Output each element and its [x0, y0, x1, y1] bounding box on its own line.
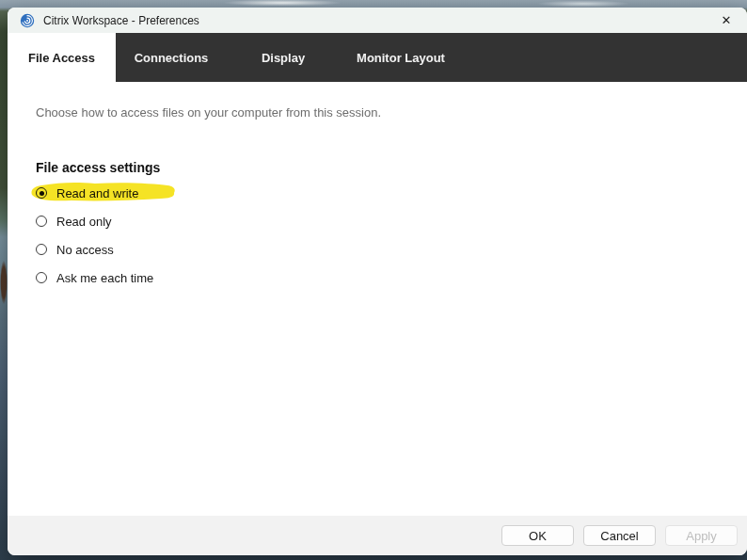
citrix-logo-icon: [20, 13, 35, 28]
radio-read-only[interactable]: Read only: [36, 207, 243, 235]
cancel-button[interactable]: Cancel: [583, 525, 656, 546]
desktop-wallpaper: Citrix Workspace - Preferences ✕ File Ac…: [0, 0, 747, 560]
radio-button-icon[interactable]: [36, 216, 47, 227]
title-bar: Citrix Workspace - Preferences ✕: [8, 8, 747, 33]
tab-monitor-layout[interactable]: Monitor Layout: [340, 33, 462, 82]
file-access-settings-heading: File access settings: [36, 160, 728, 175]
radio-label: Read only: [56, 215, 112, 229]
close-icon[interactable]: ✕: [717, 11, 736, 30]
radio-label: No access: [56, 243, 114, 257]
ok-button[interactable]: OK: [501, 525, 574, 546]
radio-label: Ask me each time: [56, 271, 153, 285]
tab-bar: File Access Connections Display Monitor …: [8, 33, 747, 82]
apply-button[interactable]: Apply: [665, 525, 738, 546]
preferences-dialog: Citrix Workspace - Preferences ✕ File Ac…: [8, 8, 747, 555]
tab-file-access[interactable]: File Access: [8, 33, 116, 82]
radio-button-icon[interactable]: [36, 244, 47, 255]
radio-ask-me-each-time[interactable]: Ask me each time: [36, 264, 243, 292]
panel-description: Choose how to access files on your compu…: [36, 105, 728, 120]
window-title: Citrix Workspace - Preferences: [43, 14, 199, 27]
file-access-panel: Choose how to access files on your compu…: [8, 82, 747, 516]
radio-no-access[interactable]: No access: [36, 235, 243, 264]
file-access-options: Read and write Read only No access Ask m…: [36, 179, 728, 292]
radio-button-icon[interactable]: [36, 187, 47, 199]
tab-connections[interactable]: Connections: [116, 33, 227, 82]
dialog-footer: OK Cancel Apply: [8, 516, 747, 555]
tab-display[interactable]: Display: [227, 33, 340, 82]
radio-label: Read and write: [56, 186, 138, 200]
radio-button-icon[interactable]: [36, 272, 47, 283]
radio-read-and-write[interactable]: Read and write: [36, 179, 243, 207]
